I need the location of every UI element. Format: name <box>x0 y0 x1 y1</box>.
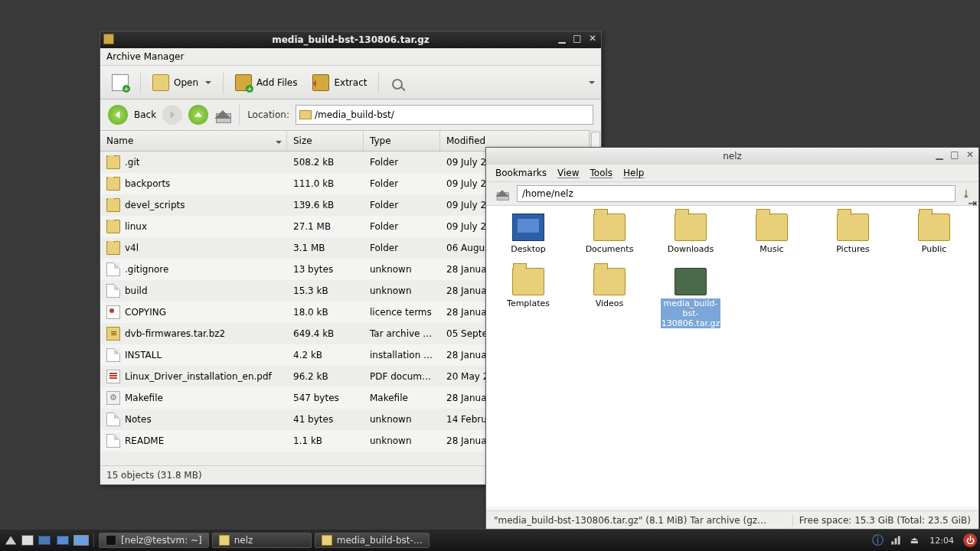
file-type: Tar archive (… <box>364 328 440 339</box>
folder-icon <box>299 110 312 119</box>
file-type: Folder <box>364 200 440 210</box>
taskbar-task[interactable]: media_build-bst-… <box>315 533 430 548</box>
forward-button <box>162 105 182 125</box>
fm-item[interactable]: Pictures <box>823 214 883 254</box>
window-list-icon[interactable] <box>21 535 34 546</box>
taskbar-task[interactable]: [nelz@testvm: ~] <box>99 533 209 548</box>
file-icon <box>106 412 120 426</box>
file-size: 27.1 MB <box>287 221 364 232</box>
item-label: Templates <box>507 298 550 308</box>
file-type: Folder <box>364 243 440 253</box>
item-label: Documents <box>586 244 634 254</box>
column-type-header[interactable]: Type <box>364 131 440 151</box>
file-name: linux <box>125 221 147 232</box>
folder-icon <box>512 268 544 295</box>
network-icon[interactable] <box>890 534 902 546</box>
term-icon <box>106 535 116 546</box>
item-label: Public <box>922 244 947 254</box>
minimize-button[interactable]: ▁ <box>557 33 567 44</box>
pdf-icon <box>106 370 120 383</box>
fm-title: nelz <box>723 151 742 161</box>
fm-item[interactable]: Desktop <box>498 214 558 254</box>
column-name-header[interactable]: Name <box>100 131 287 151</box>
file-icon <box>106 348 120 362</box>
menu-bookmarks[interactable]: Bookmarks <box>495 168 547 178</box>
file-name: backports <box>125 178 170 189</box>
close-button[interactable]: ✕ <box>587 33 598 44</box>
file-icon <box>106 434 120 448</box>
file-name: COPYING <box>125 307 166 318</box>
overflow-menu-icon[interactable] <box>589 81 595 87</box>
archive-menubar[interactable]: Archive Manager <box>100 48 601 66</box>
file-type: licence terms <box>364 307 440 318</box>
file-type: unknown <box>364 435 440 446</box>
file-icon <box>106 262 120 276</box>
menu-tools[interactable]: Tools <box>590 168 613 178</box>
fm-item[interactable]: Music <box>742 214 802 254</box>
extract-button[interactable]: Extract <box>307 70 372 95</box>
open-button[interactable]: Open <box>147 70 217 95</box>
file-name: build <box>125 285 148 296</box>
file-type: unknown <box>364 414 440 425</box>
menu-view[interactable]: View <box>557 168 579 178</box>
file-name: v4l <box>125 243 139 253</box>
power-button[interactable]: ⏻ <box>963 533 977 547</box>
search-button[interactable] <box>385 73 407 92</box>
search-icon <box>392 79 403 90</box>
extract-label: Extract <box>334 77 367 88</box>
pager-icon[interactable] <box>74 533 89 548</box>
column-size-header[interactable]: Size <box>287 131 364 151</box>
item-label: Music <box>760 244 783 254</box>
new-archive-button[interactable] <box>106 70 134 95</box>
fm-menubar: Bookmarks View Tools Help <box>486 165 978 182</box>
fm-item[interactable]: Documents <box>580 214 639 254</box>
archive-window-icon <box>103 34 114 44</box>
separator <box>378 72 379 93</box>
maximize-button[interactable]: □ <box>572 33 583 44</box>
taskbar: [nelz@testvm: ~]nelzmedia_build-bst-… ⓘ … <box>0 530 980 551</box>
chevron-down-icon <box>205 81 211 87</box>
folder-icon <box>106 220 120 233</box>
maximize-button[interactable]: □ <box>949 149 960 160</box>
show-desktop-icon[interactable] <box>55 533 70 548</box>
location-input[interactable] <box>517 185 956 202</box>
open-label: Open <box>174 77 198 88</box>
archive-titlebar[interactable]: media_build-bst-130806.tar.gz ▁ □ ✕ <box>100 31 601 48</box>
home-icon[interactable] <box>495 187 509 201</box>
task-buttons: [nelz@testvm: ~]nelzmedia_build-bst-… <box>99 533 430 548</box>
add-files-button[interactable]: Add Files <box>230 70 302 95</box>
fm-item[interactable]: Public <box>904 214 964 254</box>
status-left: "media_build-bst-130806.tar.gz" (8.1 MiB… <box>494 515 766 526</box>
file-icon <box>106 284 120 298</box>
file-size: 41 bytes <box>287 414 364 425</box>
separator <box>140 72 141 93</box>
open-icon <box>152 74 169 91</box>
minimize-button[interactable]: ▁ <box>934 149 945 160</box>
fm-item[interactable]: media_build-bst-130806.tar.gz <box>661 268 720 328</box>
folders-icon[interactable] <box>37 533 52 548</box>
file-name: .gitignore <box>125 264 168 275</box>
fm-icon-view[interactable]: DesktopDocumentsDownloadsMusicPicturesPu… <box>486 206 978 507</box>
up-button[interactable] <box>188 105 208 125</box>
info-icon[interactable]: ⓘ <box>871 534 884 546</box>
usb-icon[interactable]: ⏏ <box>908 534 920 546</box>
close-button[interactable]: ✕ <box>965 149 975 160</box>
menu-help[interactable]: Help <box>623 168 644 178</box>
fm-item[interactable]: Downloads <box>661 214 720 254</box>
fm-item[interactable]: Videos <box>580 268 639 328</box>
folder-icon <box>106 241 120 255</box>
extract-icon <box>312 74 329 91</box>
start-menu-icon[interactable] <box>3 533 18 548</box>
fm-item[interactable]: Templates <box>498 268 558 328</box>
item-label: Desktop <box>511 244 545 254</box>
clock[interactable]: 12:04 <box>926 536 957 546</box>
taskbar-task[interactable]: nelz <box>212 533 312 548</box>
system-tray: ⓘ ⏏ 12:04 ⏻ <box>871 533 977 547</box>
back-button[interactable] <box>108 105 128 125</box>
home-icon[interactable] <box>214 106 231 123</box>
fm-titlebar[interactable]: nelz ▁ □ ✕ <box>486 148 978 165</box>
file-size: 18.0 kB <box>287 307 364 318</box>
file-name: README <box>125 435 164 446</box>
location-input[interactable]: /media_build-bst/ <box>296 105 593 125</box>
file-name: devel_scripts <box>125 200 185 210</box>
